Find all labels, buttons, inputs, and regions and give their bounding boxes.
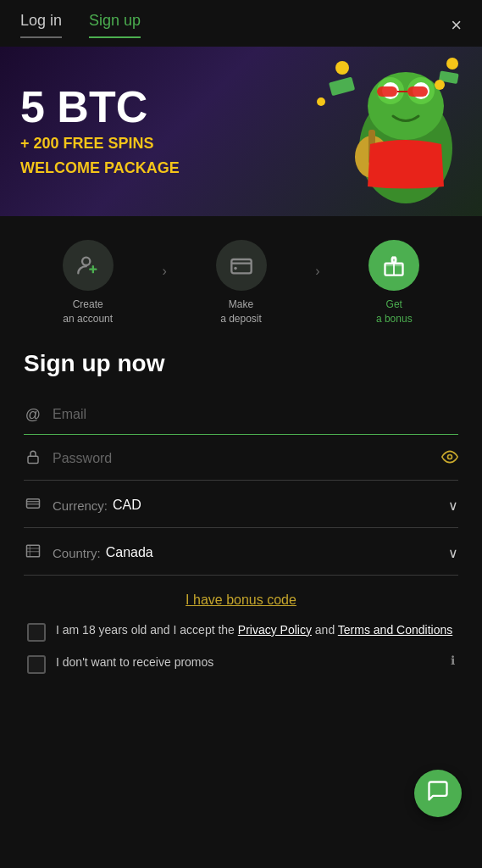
privacy-policy-link[interactable]: Privacy Policy	[238, 623, 312, 637]
promos-text: I don't want to receive promos	[56, 654, 440, 671]
svg-rect-11	[329, 77, 355, 97]
email-input-group: @	[24, 396, 458, 435]
step-arrow-2: ›	[312, 264, 323, 279]
step-deposit: Make a deposit	[170, 240, 312, 326]
password-toggle-icon[interactable]	[441, 448, 458, 470]
step-create-label: Create an account	[63, 298, 113, 326]
banner-package-label: WELCOME PACKAGE	[20, 159, 180, 178]
terms-text: I am 18 years old and I accept the Priva…	[56, 621, 455, 639]
step-bonus-label: Get a bonus	[376, 298, 413, 326]
step-arrow-1: ›	[158, 264, 169, 279]
country-label: Country:	[53, 546, 101, 560]
svg-rect-6	[377, 86, 397, 97]
step-deposit-icon	[216, 240, 267, 291]
chat-button[interactable]	[414, 770, 462, 817]
frog-illustration	[296, 55, 465, 208]
email-input[interactable]	[53, 407, 458, 422]
password-input[interactable]	[53, 451, 441, 466]
svg-rect-24	[28, 456, 38, 463]
banner-btc-amount: 5 BTC	[20, 85, 180, 129]
svg-point-16	[446, 58, 458, 70]
header-tabs: Log in Sign up ×	[0, 0, 482, 38]
svg-point-13	[335, 61, 349, 75]
terms-conditions-link[interactable]: Terms and Conditions	[338, 623, 452, 637]
step-create-icon	[63, 240, 114, 291]
svg-rect-20	[231, 259, 251, 273]
tab-signup[interactable]: Sign up	[89, 12, 141, 38]
currency-icon	[24, 496, 42, 515]
promos-checkbox-row: I don't want to receive promos ℹ	[24, 654, 458, 674]
currency-dropdown[interactable]: Currency: CAD ∨	[24, 484, 458, 528]
tabs-group: Log in Sign up	[20, 12, 141, 38]
currency-chevron-icon: ∨	[448, 498, 458, 514]
svg-rect-29	[27, 545, 40, 557]
steps-section: Create an account › Make a deposit ›	[0, 216, 482, 335]
close-button[interactable]: ×	[451, 16, 462, 35]
currency-value: CAD	[113, 498, 448, 513]
country-value: Canada	[106, 545, 448, 560]
step-bonus: Get a bonus	[324, 240, 465, 326]
svg-point-1	[368, 72, 444, 140]
country-dropdown[interactable]: Country: Canada ∨	[24, 531, 458, 576]
svg-point-17	[82, 258, 90, 265]
step-bonus-icon	[368, 240, 419, 291]
svg-point-14	[435, 80, 445, 90]
password-icon	[24, 449, 42, 469]
banner-free-spins: + 200 FREE SPINS	[20, 134, 180, 153]
currency-label: Currency:	[53, 498, 108, 513]
tab-login[interactable]: Log in	[20, 12, 62, 38]
terms-checkbox[interactable]	[27, 623, 46, 642]
svg-rect-26	[27, 498, 40, 508]
email-icon: @	[24, 406, 42, 424]
country-chevron-icon: ∨	[448, 545, 458, 561]
promo-banner: 5 BTC + 200 FREE SPINS WELCOME PACKAGE	[0, 47, 482, 216]
step-create: Create an account	[17, 240, 158, 326]
step-deposit-label: Make a deposit	[220, 298, 262, 326]
svg-rect-7	[407, 86, 428, 97]
banner-text: 5 BTC + 200 FREE SPINS WELCOME PACKAGE	[20, 85, 180, 179]
terms-checkbox-row: I am 18 years old and I accept the Priva…	[24, 621, 458, 642]
svg-point-25	[448, 454, 452, 459]
chat-icon	[426, 779, 450, 809]
promos-info-icon[interactable]: ℹ	[451, 654, 455, 667]
svg-point-22	[234, 267, 237, 270]
promos-checkbox[interactable]	[27, 655, 46, 674]
password-input-group	[24, 438, 458, 481]
bonus-code-link[interactable]: I have bonus code	[24, 593, 458, 608]
signup-form: Sign up now @ Curren	[0, 335, 482, 703]
svg-point-15	[317, 97, 325, 106]
form-title: Sign up now	[24, 350, 458, 377]
country-icon	[24, 543, 42, 563]
